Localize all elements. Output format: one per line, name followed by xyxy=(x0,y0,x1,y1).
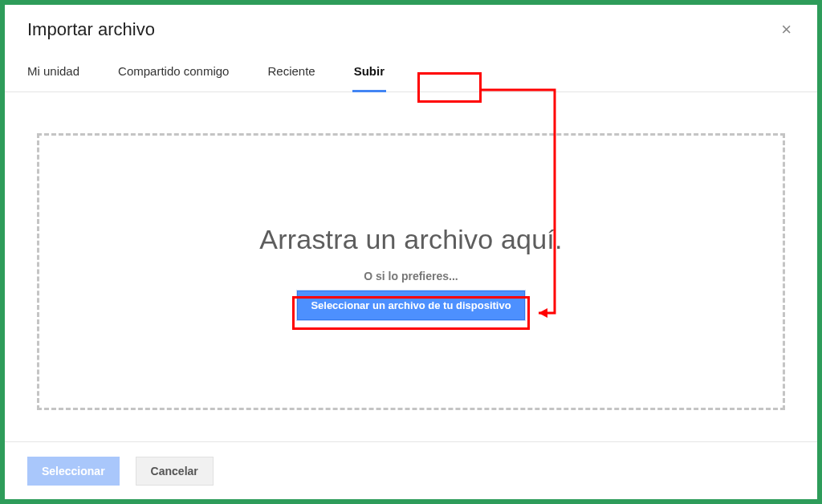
dialog-header: Importar archivo × xyxy=(5,5,817,50)
tab-shared-with-me[interactable]: Compartido conmigo xyxy=(118,50,229,91)
tab-recent[interactable]: Reciente xyxy=(267,50,315,91)
dropzone-title: Arrastra un archivo aquí. xyxy=(259,224,562,255)
dialog-footer: Seleccionar Cancelar xyxy=(5,441,817,499)
tab-my-drive[interactable]: Mi unidad xyxy=(27,50,79,91)
tabs-bar: Mi unidad Compartido conmigo Reciente Su… xyxy=(5,50,817,92)
screenshot-frame: Importar archivo × Mi unidad Compartido … xyxy=(0,0,822,504)
tab-upload[interactable]: Subir xyxy=(354,50,385,91)
confirm-select-button[interactable]: Seleccionar xyxy=(27,457,120,486)
dialog-title: Importar archivo xyxy=(27,19,155,40)
dialog-body: Arrastra un archivo aquí. O si lo prefie… xyxy=(21,117,801,426)
dropzone-subtitle: O si lo prefieres... xyxy=(364,270,458,282)
close-icon[interactable]: × xyxy=(778,21,795,39)
file-dropzone[interactable]: Arrastra un archivo aquí. O si lo prefie… xyxy=(37,133,785,410)
import-file-dialog: Importar archivo × Mi unidad Compartido … xyxy=(5,5,817,499)
cancel-button[interactable]: Cancelar xyxy=(136,457,214,486)
select-file-button[interactable]: Seleccionar un archivo de tu dispositivo xyxy=(297,291,524,320)
